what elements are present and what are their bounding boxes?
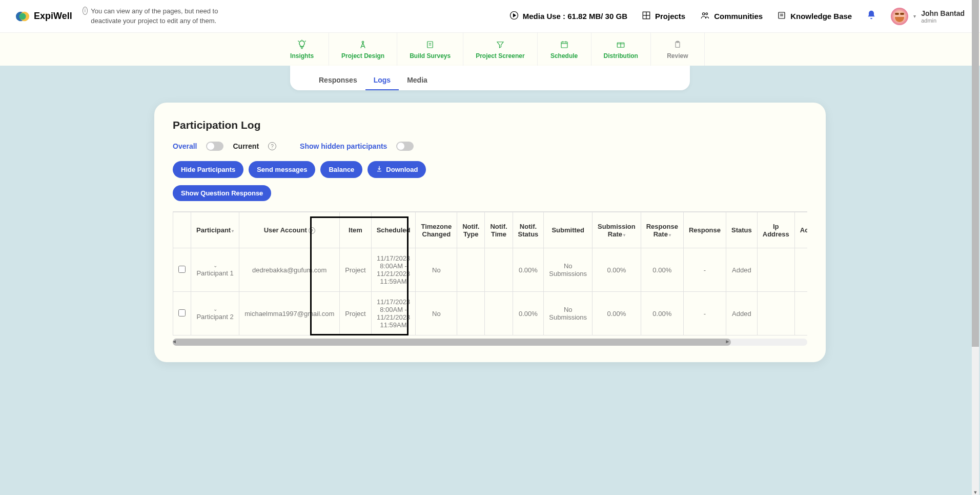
cell-response-rate: 0.00% — [641, 292, 683, 335]
tab-media[interactable]: Media — [399, 71, 436, 90]
chevron-down-icon: ▾ — [913, 13, 916, 19]
subnav-schedule[interactable]: Schedule — [538, 33, 591, 66]
cell-status: Added — [726, 292, 758, 335]
info-text: You can view any of the pages, but need … — [91, 7, 246, 25]
document-icon — [425, 39, 435, 50]
scrollbar-thumb[interactable] — [173, 339, 731, 346]
cell-submitted: No Submissions — [544, 292, 593, 335]
row-checkbox-cell — [173, 248, 191, 292]
funnel-icon — [496, 39, 505, 50]
tab-responses[interactable]: Responses — [311, 71, 365, 90]
col-notif-status[interactable]: Notif. Status — [513, 212, 544, 248]
cell-item: Project — [340, 292, 371, 335]
subnav-insights-label: Insights — [290, 52, 314, 60]
brand-name: ExpiWell — [34, 11, 72, 22]
col-user-account[interactable]: User Account? — [239, 212, 340, 248]
app-header: ExpiWell i You can view any of the pages… — [0, 0, 980, 33]
project-subnav: Insights Project Design Build Surveys Pr… — [0, 33, 980, 66]
cell-notif-time — [485, 292, 513, 335]
row-checkbox[interactable] — [178, 266, 186, 273]
toggle-show-hidden[interactable] — [396, 142, 414, 151]
col-participant[interactable]: Participant▾ — [191, 212, 239, 248]
svg-line-13 — [298, 41, 299, 42]
brand-logo[interactable]: ExpiWell — [15, 9, 72, 24]
balance-button[interactable]: Balance — [320, 161, 362, 178]
info-icon: i — [83, 7, 88, 15]
subnav-review[interactable]: Review — [651, 33, 705, 66]
section-tabs: Responses Logs Media — [290, 66, 690, 90]
sort-icon: ▾ — [623, 233, 625, 237]
help-icon[interactable]: ? — [268, 142, 276, 150]
cell-response: - — [683, 292, 726, 335]
cell-response-rate: 0.00% — [641, 248, 683, 292]
col-checkbox — [173, 212, 191, 248]
cell-ip — [757, 248, 794, 292]
show-question-response-button[interactable]: Show Question Response — [173, 185, 271, 201]
expand-icon[interactable]: ⌄ — [196, 263, 234, 268]
check-icon: ✔ — [807, 265, 807, 274]
col-scheduled[interactable]: Scheduled — [371, 212, 416, 248]
send-messages-button[interactable]: Send messages — [249, 161, 315, 178]
col-status[interactable]: Status — [726, 212, 758, 248]
col-item[interactable]: Item — [340, 212, 371, 248]
svg-rect-17 — [427, 42, 433, 48]
filters-row: Overall Current ? Show hidden participan… — [173, 142, 807, 151]
download-button[interactable]: Download — [368, 161, 426, 178]
hide-participants-button[interactable]: Hide Participants — [173, 161, 243, 178]
clipboard-icon — [673, 39, 682, 50]
subnav-project-design[interactable]: Project Design — [329, 33, 397, 66]
cell-participant[interactable]: ⌄Participant 2 — [191, 292, 239, 335]
svg-line-14 — [305, 41, 306, 42]
subnav-insights[interactable]: Insights — [275, 33, 329, 66]
cell-item: Project — [340, 248, 371, 292]
col-response-rate[interactable]: Response Rate▾ — [641, 212, 683, 248]
user-menu[interactable]: ▾ John Bantad admin — [891, 8, 965, 25]
col-submitted[interactable]: Submitted — [544, 212, 593, 248]
media-use[interactable]: Media Use : 61.82 MB/ 30 GB — [509, 11, 627, 22]
avatar — [891, 8, 908, 25]
sort-icon: ▾ — [232, 229, 234, 233]
filter-showhidden-label: Show hidden participants — [300, 142, 387, 150]
col-notif-type[interactable]: Notif. Type — [457, 212, 485, 248]
col-resrate-label: Response Rate — [646, 223, 678, 238]
action-buttons-row1: Hide Participants Send messages Balance … — [173, 161, 807, 178]
col-response[interactable]: Response — [683, 212, 726, 248]
col-notif-time[interactable]: Notif. Time — [485, 212, 513, 248]
tab-logs[interactable]: Logs — [365, 71, 399, 90]
cell-participant[interactable]: ⌄Participant 1 — [191, 248, 239, 292]
nav-kb[interactable]: Knowledge Base — [777, 11, 852, 22]
vertical-scrollbar-thumb[interactable] — [972, 0, 979, 347]
calendar-icon — [560, 39, 569, 50]
cell-user-account: dedrebakka@gufum.com — [239, 248, 340, 292]
nav-projects[interactable]: Projects — [642, 11, 685, 22]
expand-icon[interactable]: ⌄ — [196, 306, 234, 312]
nav-kb-label: Knowledge Base — [790, 12, 852, 21]
cell-submitted: No Submissions — [544, 248, 593, 292]
user-name: John Bantad — [921, 9, 965, 17]
col-timezone[interactable]: Timezone Changed — [416, 212, 457, 248]
col-ip[interactable]: Ip Address — [757, 212, 794, 248]
col-active[interactable]: Active — [794, 212, 807, 248]
svg-point-16 — [362, 41, 363, 43]
help-icon[interactable]: ? — [309, 227, 315, 234]
subnav-surveys-label: Build Surveys — [410, 52, 451, 60]
nav-communities[interactable]: Communities — [700, 11, 763, 22]
cell-notif-type — [457, 292, 485, 335]
vertical-scrollbar[interactable] — [972, 0, 979, 495]
subnav-schedule-label: Schedule — [550, 52, 578, 60]
subnav-project-screener[interactable]: Project Screener — [463, 33, 537, 66]
row-checkbox-cell — [173, 292, 191, 335]
play-icon — [509, 11, 519, 22]
subnav-distribution[interactable]: Distribution — [591, 33, 651, 66]
row-checkbox[interactable] — [178, 309, 186, 316]
col-submission-rate[interactable]: Submission Rate▾ — [593, 212, 641, 248]
table-scroll-area[interactable]: Participant▾ User Account? Item Schedule… — [173, 211, 807, 335]
subnav-build-surveys[interactable]: Build Surveys — [397, 33, 463, 66]
folder-icon — [616, 39, 626, 50]
cell-status: Added — [726, 248, 758, 292]
bell-icon[interactable] — [866, 10, 876, 23]
compass-icon — [358, 39, 368, 50]
horizontal-scrollbar[interactable] — [173, 339, 807, 346]
toggle-overall[interactable] — [206, 142, 223, 151]
cell-active: ✔ — [794, 292, 807, 335]
